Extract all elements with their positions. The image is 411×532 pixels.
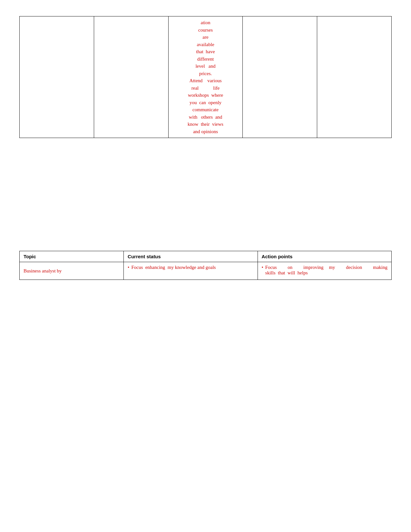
action-cell: Focus on improving my decision making sk… xyxy=(258,262,391,280)
action-item-1-text: Focus on improving my decision making sk… xyxy=(265,265,387,276)
bottom-table: Topic Current status Action points Busin… xyxy=(19,251,392,280)
status-item-1-text: Focus enhancing my knowledge and goals xyxy=(131,265,216,270)
status-bullet-list: Focus enhancing my knowledge and goals xyxy=(128,265,253,270)
top-table: ation courses are available that have di… xyxy=(19,16,392,138)
top-table-col2 xyxy=(94,16,168,138)
action-bullet-list: Focus on improving my decision making sk… xyxy=(262,265,387,276)
action-item-1: Focus on improving my decision making sk… xyxy=(262,265,387,276)
topic-cell: Business analyst by xyxy=(20,262,124,280)
header-action-points: Action points xyxy=(258,251,391,262)
top-table-col5 xyxy=(317,16,392,138)
spacer xyxy=(19,151,392,248)
page-container: ation courses are available that have di… xyxy=(0,0,411,532)
header-topic: Topic xyxy=(20,251,124,262)
status-item-1: Focus enhancing my knowledge and goals xyxy=(128,265,253,270)
col3-text: ation courses are available that have di… xyxy=(172,19,240,135)
status-cell: Focus enhancing my knowledge and goals xyxy=(124,262,258,280)
top-table-col4 xyxy=(243,16,317,138)
top-table-col3: ation courses are available that have di… xyxy=(168,16,243,138)
top-table-col1 xyxy=(20,16,94,138)
header-current-status: Current status xyxy=(124,251,258,262)
